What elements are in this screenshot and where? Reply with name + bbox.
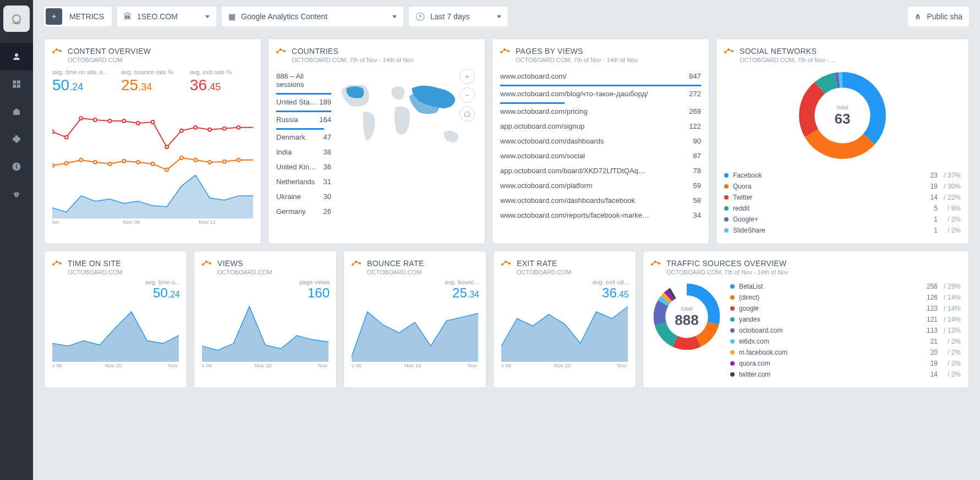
svg-point-41 bbox=[180, 129, 183, 133]
svg-text:lov: lov bbox=[52, 219, 59, 225]
legend-row: yandex121/ 14% bbox=[730, 314, 961, 325]
svg-point-38 bbox=[136, 122, 140, 125]
content-overview-chart: lov Nov 06 Nov 11 bbox=[52, 98, 253, 225]
svg-text:Nov: Nov bbox=[468, 362, 477, 368]
legend-row: Quora19/ 30% bbox=[724, 181, 961, 192]
svg-point-25 bbox=[151, 162, 155, 165]
traffic-legend: BetaList256/ 29%(direct)126/ 14%google12… bbox=[730, 281, 961, 380]
exit-card: EXIT RATE OCTOBOARD.COM avg. exit rat...… bbox=[493, 251, 636, 388]
card-subtitle: OCTOBOARD.COM bbox=[517, 269, 628, 275]
metric-label: avg. bounce rate % bbox=[121, 69, 184, 75]
home-button[interactable] bbox=[459, 106, 475, 122]
clock-icon: 🕐 bbox=[415, 12, 425, 21]
content-overview-card: CONTENT OVERVIEW OCTOBOARD.COM avg. time… bbox=[44, 38, 261, 244]
svg-point-45 bbox=[237, 126, 240, 129]
svg-text:Nov: Nov bbox=[617, 362, 627, 368]
site-selector[interactable]: 🏛 1SEO.COM bbox=[117, 7, 216, 26]
card-title: EXIT RATE bbox=[517, 259, 557, 268]
sidebar-item-dashboard[interactable] bbox=[0, 70, 33, 98]
svg-point-39 bbox=[151, 120, 155, 124]
card-subtitle: OCTOBOARD.COM, 7th of Nov - 14th of Nov bbox=[516, 57, 701, 63]
time-on-site-card: TIME ON SITE OCTOBOARD.COM avg. time o..… bbox=[44, 251, 187, 388]
svg-point-37 bbox=[122, 119, 125, 123]
legend-row: (direct)126/ 14% bbox=[730, 292, 961, 303]
countries-card: COUNTRIES OCTOBOARD.COM, 7th of Nov - 14… bbox=[268, 38, 485, 244]
svg-text:Nov 10: Nov 10 bbox=[255, 362, 271, 368]
svg-text:v 06: v 06 bbox=[202, 362, 212, 368]
views-card: VIEWS OCTOBOARD.COM page views160 v 06No… bbox=[194, 251, 337, 388]
analytics-icon bbox=[651, 260, 661, 267]
page-row: www.octoboard.com/platform59 bbox=[500, 178, 701, 193]
legend-row: Facebook23/ 37% bbox=[724, 170, 961, 181]
svg-text:v 06: v 06 bbox=[501, 362, 511, 368]
svg-point-42 bbox=[194, 126, 197, 129]
svg-point-31 bbox=[237, 158, 240, 162]
card-subtitle: OCTOBOARD.COM bbox=[68, 57, 253, 63]
page-row: www.octoboard.com/pricing269 bbox=[500, 104, 701, 119]
sidebar-item-clients[interactable] bbox=[0, 98, 33, 125]
analytics-selector[interactable]: ▦ Google Analytics Content bbox=[222, 7, 403, 26]
page-row: www.octoboard.com/blog/что-такое-дашборд… bbox=[500, 86, 701, 101]
country-row: Denmark47 bbox=[276, 130, 331, 145]
page-row: www.octoboard.com/reports/facebook-marke… bbox=[500, 208, 701, 223]
analytics-icon bbox=[500, 48, 510, 54]
share-label: Public sha bbox=[927, 12, 962, 21]
grid-icon: ▦ bbox=[228, 12, 236, 21]
analytics-icon bbox=[501, 260, 511, 267]
svg-text:Nov: Nov bbox=[168, 362, 178, 368]
svg-rect-9 bbox=[16, 166, 17, 169]
svg-point-28 bbox=[194, 158, 197, 162]
svg-point-29 bbox=[208, 161, 211, 164]
metrics-button[interactable]: ＋ METRICS bbox=[44, 7, 112, 26]
page-row: app.octoboard.com/board/XKD72LfTDtQAqW2o… bbox=[500, 163, 701, 178]
sidebar-item-info[interactable] bbox=[0, 153, 33, 180]
legend-row: twitter.com14/ 2% bbox=[730, 369, 961, 380]
page-row: www.octoboard.com/dashboards/facebook58 bbox=[500, 193, 701, 208]
country-row: India38 bbox=[276, 145, 331, 159]
card-title: SOCIAL NETWORKS bbox=[740, 47, 817, 56]
svg-point-24 bbox=[136, 161, 140, 164]
site-label: 1SEO.COM bbox=[137, 12, 200, 21]
traffic-card: TRAFFIC SOURCES OVERVIEW OCTOBOARD.COM, … bbox=[643, 251, 969, 388]
zoom-in-button[interactable]: + bbox=[459, 69, 475, 84]
sidebar bbox=[0, 0, 33, 480]
svg-point-36 bbox=[108, 119, 112, 123]
sidebar-item-integrations[interactable] bbox=[0, 125, 33, 153]
svg-rect-4 bbox=[13, 85, 16, 88]
svg-text:v 06: v 06 bbox=[352, 362, 362, 368]
chevron-down-icon bbox=[205, 15, 210, 18]
svg-rect-6 bbox=[14, 112, 16, 114]
svg-rect-2 bbox=[13, 80, 16, 84]
date-selector[interactable]: 🕐 Last 7 days bbox=[409, 7, 508, 26]
share-icon: ⋔ bbox=[915, 12, 921, 21]
zoom-out-button[interactable]: − bbox=[459, 87, 475, 103]
bounce-card: BOUNCE RATE OCTOBOARD.COM avg. bounc...2… bbox=[343, 251, 486, 388]
card-title: TIME ON SITE bbox=[68, 259, 121, 268]
svg-point-20 bbox=[79, 158, 83, 162]
svg-point-23 bbox=[122, 159, 125, 163]
svg-point-0 bbox=[13, 15, 20, 23]
public-share-button[interactable]: ⋔ Public sha bbox=[908, 7, 969, 26]
social-card: SOCIAL NETWORKS OCTOBOARD.COM, 7th of No… bbox=[716, 38, 969, 244]
analytics-icon bbox=[276, 48, 286, 54]
country-row: Ukraine30 bbox=[276, 189, 331, 204]
date-label: Last 7 days bbox=[430, 12, 491, 21]
country-row: United Stat...189 bbox=[276, 95, 331, 109]
card-subtitle: OCTOBOARD.COM bbox=[68, 269, 179, 275]
sidebar-item-profile[interactable] bbox=[0, 43, 33, 70]
all-sessions-row: 886 – All sessions bbox=[276, 69, 331, 92]
page-row: www.octoboard.com/dashboards90 bbox=[500, 134, 701, 148]
card-title: COUNTRIES bbox=[292, 47, 338, 56]
app-logo bbox=[3, 5, 30, 32]
svg-text:Nov 10: Nov 10 bbox=[404, 362, 421, 368]
analytics-label: Google Analytics Content bbox=[241, 12, 387, 21]
analytics-icon bbox=[352, 260, 362, 267]
svg-line-14 bbox=[19, 194, 20, 194]
svg-point-35 bbox=[94, 118, 97, 122]
countries-list: 886 – All sessions United Stat...189Russ… bbox=[276, 69, 331, 219]
svg-point-22 bbox=[108, 162, 112, 165]
sidebar-item-debug[interactable] bbox=[0, 180, 33, 208]
analytics-icon bbox=[52, 48, 62, 54]
country-row: United King...36 bbox=[276, 159, 331, 174]
svg-text:Nov 10: Nov 10 bbox=[554, 362, 571, 368]
